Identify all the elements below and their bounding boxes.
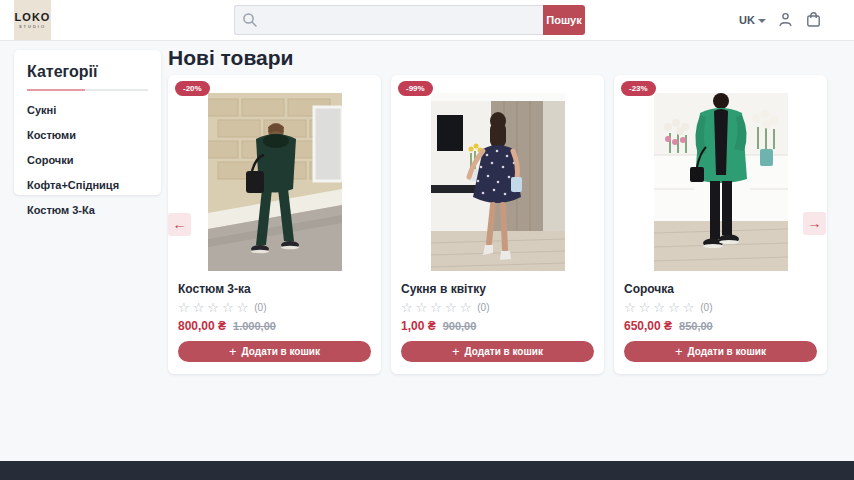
chevron-down-icon: [758, 19, 766, 23]
page-title: Нові товари: [168, 47, 840, 68]
arrow-left-icon: ←: [173, 216, 187, 232]
sidebar-title: Категорії: [27, 63, 148, 81]
plus-icon: +: [229, 345, 237, 358]
product-card: -99%: [391, 75, 604, 374]
rating: ☆ ☆ ☆ ☆ ☆ (0): [401, 301, 594, 314]
arrow-right-icon: →: [808, 215, 822, 231]
search-button[interactable]: Пошук: [543, 5, 585, 35]
logo[interactable]: LOKO STUDIO: [14, 0, 51, 40]
price-row: 650,00 ₴ 850,00: [624, 319, 817, 333]
add-to-cart-label: Додати в кошик: [242, 346, 320, 357]
carousel-prev-button[interactable]: ←: [168, 213, 191, 236]
cart-bag-icon[interactable]: [805, 11, 822, 28]
main-section: Нові товари -20%: [168, 47, 840, 374]
plus-icon: +: [452, 345, 460, 358]
old-price: 850,00: [679, 320, 713, 332]
discount-badge: -99%: [398, 81, 433, 96]
price-row: 800,00 ₴ 1.000,00: [178, 319, 371, 333]
add-to-cart-button[interactable]: + Додати в кошик: [624, 341, 817, 362]
product-title[interactable]: Сукня в квітку: [401, 282, 594, 296]
product-title[interactable]: Сорочка: [624, 282, 817, 296]
rating-count: (0): [254, 302, 266, 313]
rating-count: (0): [477, 302, 489, 313]
price-row: 1,00 ₴ 900,00: [401, 319, 594, 333]
sidebar-item-kofta-spidnytsia[interactable]: Кофта+Спідниця: [27, 179, 148, 191]
content-area: Категорії Сукні Костюми Сорочки Кофта+Сп…: [0, 41, 854, 461]
logo-subtitle: STUDIO: [19, 24, 46, 29]
sidebar-divider: [27, 89, 148, 91]
star-icon: ☆: [401, 301, 413, 314]
new-products-carousel: -20%: [168, 75, 828, 374]
sidebar-item-sukni[interactable]: Сукні: [27, 104, 148, 116]
star-icon: ☆: [416, 301, 428, 314]
discount-badge: -23%: [621, 81, 656, 96]
plus-icon: +: [675, 345, 683, 358]
user-account-icon[interactable]: [777, 11, 794, 28]
rating-count: (0): [700, 302, 712, 313]
old-price: 900,00: [443, 320, 477, 332]
header: LOKO STUDIO Пошук UK: [0, 0, 854, 41]
add-to-cart-button[interactable]: + Додати в кошик: [401, 341, 594, 362]
footer: [0, 461, 854, 480]
star-icon: ☆: [430, 301, 442, 314]
star-icon: ☆: [668, 301, 680, 314]
product-card: -20%: [168, 75, 381, 374]
star-icon: ☆: [639, 301, 651, 314]
sidebar-item-sorochky[interactable]: Сорочки: [27, 154, 148, 166]
add-to-cart-label: Додати в кошик: [688, 346, 766, 357]
search-icon: [242, 12, 258, 28]
search-bar: Пошук: [234, 5, 585, 35]
add-to-cart-label: Додати в кошик: [465, 346, 543, 357]
language-selector[interactable]: UK: [739, 14, 766, 26]
search-input[interactable]: [234, 5, 543, 35]
sidebar-item-kostium-3ka[interactable]: Костюм 3-Ка: [27, 204, 148, 216]
star-icon: ☆: [653, 301, 665, 314]
logo-title: LOKO: [15, 11, 51, 23]
star-icon: ☆: [460, 301, 472, 314]
product-image[interactable]: [431, 93, 565, 271]
product-title[interactable]: Костюм 3-ка: [178, 282, 371, 296]
add-to-cart-button[interactable]: + Додати в кошик: [178, 341, 371, 362]
star-icon: ☆: [237, 301, 249, 314]
product-image[interactable]: [208, 93, 342, 271]
product-image[interactable]: [654, 93, 788, 271]
star-icon: ☆: [222, 301, 234, 314]
current-price: 1,00 ₴: [401, 319, 436, 333]
star-icon: ☆: [207, 301, 219, 314]
language-code: UK: [739, 14, 755, 26]
current-price: 650,00 ₴: [624, 319, 672, 333]
sidebar-item-kostiumy[interactable]: Костюми: [27, 129, 148, 141]
discount-badge: -20%: [175, 81, 210, 96]
star-icon: ☆: [445, 301, 457, 314]
star-icon: ☆: [193, 301, 205, 314]
current-price: 800,00 ₴: [178, 319, 226, 333]
carousel-next-button[interactable]: →: [803, 212, 826, 235]
star-icon: ☆: [683, 301, 695, 314]
product-card: -23%: [614, 75, 827, 374]
old-price: 1.000,00: [233, 320, 276, 332]
rating: ☆ ☆ ☆ ☆ ☆ (0): [624, 301, 817, 314]
header-actions: UK: [739, 11, 822, 28]
star-icon: ☆: [624, 301, 636, 314]
star-icon: ☆: [178, 301, 190, 314]
categories-sidebar: Категорії Сукні Костюми Сорочки Кофта+Сп…: [14, 50, 161, 195]
rating: ☆ ☆ ☆ ☆ ☆ (0): [178, 301, 371, 314]
